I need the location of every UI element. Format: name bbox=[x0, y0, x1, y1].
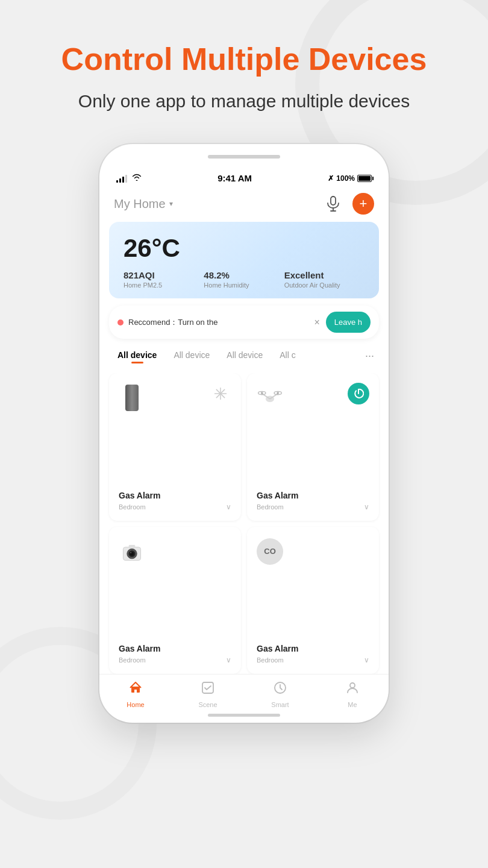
signal-bar-1 bbox=[116, 180, 118, 183]
status-left bbox=[116, 174, 142, 183]
gas-alarm-icon-1 bbox=[119, 383, 145, 413]
phone-notch bbox=[208, 155, 280, 159]
add-button[interactable]: + bbox=[352, 193, 374, 215]
svg-point-18 bbox=[130, 552, 131, 553]
home-nav-icon bbox=[128, 681, 143, 699]
header-actions: + bbox=[322, 193, 374, 215]
device-icon-area-4: CO bbox=[257, 536, 369, 567]
svg-point-13 bbox=[277, 392, 279, 395]
pm25-value: 821AQI bbox=[124, 270, 204, 280]
co-detector-icon: CO bbox=[257, 536, 283, 567]
battery-fill bbox=[358, 176, 371, 181]
drone-icon bbox=[257, 383, 283, 413]
me-nav-icon bbox=[345, 681, 360, 699]
air-quality-stat: Excellent Outdoor Air Quality bbox=[284, 270, 364, 289]
home-name: My Home bbox=[114, 197, 166, 211]
svg-rect-20 bbox=[202, 682, 213, 693]
device-icon-area-3 bbox=[119, 536, 231, 567]
page-content: Control Multiple Devices Only one app to… bbox=[0, 0, 488, 723]
svg-point-22 bbox=[350, 683, 355, 688]
battery-icon bbox=[357, 175, 372, 182]
scene-nav-label: Scene bbox=[198, 701, 217, 708]
temperature: 26°C bbox=[124, 234, 364, 263]
signal-bar-3 bbox=[122, 177, 124, 183]
nav-smart[interactable]: Smart bbox=[244, 681, 316, 708]
heading-section: Control Multiple Devices Only one app to… bbox=[25, 0, 463, 132]
camera-icon bbox=[119, 536, 145, 567]
device-card-1: Gas Alarm Bedroom ∨ bbox=[109, 373, 241, 521]
status-bar: 9:41 AM ✗ 100% bbox=[99, 144, 389, 188]
device-info-2: Gas Alarm Bedroom ∨ bbox=[257, 491, 369, 511]
weather-stats: 821AQI Home PM2.5 48.2% Home Humidity Ex… bbox=[124, 270, 364, 289]
signal-bars bbox=[116, 174, 127, 183]
signal-bar-4 bbox=[125, 175, 127, 183]
status-right: ✗ 100% bbox=[328, 174, 372, 183]
device-name-4: Gas Alarm bbox=[257, 644, 369, 653]
device-info-3: Gas Alarm Bedroom ∨ bbox=[119, 644, 231, 664]
device-room-2: Bedroom bbox=[257, 503, 284, 511]
home-selector[interactable]: My Home ▾ bbox=[114, 197, 173, 211]
power-on-button-2[interactable] bbox=[348, 383, 369, 404]
tab-more-button[interactable]: ··· bbox=[360, 346, 379, 366]
device-icon-area-2 bbox=[257, 383, 369, 413]
pm25-label: Home PM2.5 bbox=[124, 281, 204, 289]
phone-container: 9:41 AM ✗ 100% My Home ▾ bbox=[99, 144, 389, 723]
expand-chevron-3[interactable]: ∨ bbox=[226, 656, 231, 664]
chevron-icon: ▾ bbox=[169, 200, 173, 208]
mic-button[interactable] bbox=[322, 193, 344, 215]
app-header: My Home ▾ + bbox=[99, 188, 389, 222]
nav-scene[interactable]: Scene bbox=[172, 681, 244, 708]
humidity-value: 48.2% bbox=[204, 270, 284, 280]
device-tabs: All device All device All device All c ·… bbox=[99, 346, 389, 366]
tab-all-device-1[interactable]: All device bbox=[109, 347, 165, 366]
wifi-icon bbox=[132, 174, 142, 183]
expand-chevron-2[interactable]: ∨ bbox=[364, 503, 369, 511]
expand-chevron-4[interactable]: ∨ bbox=[364, 656, 369, 664]
phone-frame: 9:41 AM ✗ 100% My Home ▾ bbox=[99, 144, 389, 723]
leave-button[interactable]: Leave h bbox=[326, 312, 371, 333]
weather-card: 26°C 821AQI Home PM2.5 48.2% Home Humidi… bbox=[109, 222, 379, 298]
device-room-3: Bedroom bbox=[119, 656, 146, 664]
device-location-2: Bedroom ∨ bbox=[257, 503, 369, 511]
svg-rect-0 bbox=[331, 197, 336, 205]
expand-chevron-1[interactable]: ∨ bbox=[226, 503, 231, 511]
home-nav-label: Home bbox=[127, 701, 144, 708]
battery-percent: 100% bbox=[336, 174, 355, 183]
humidity-stat: 48.2% Home Humidity bbox=[204, 270, 284, 289]
humidity-label: Home Humidity bbox=[204, 281, 284, 289]
phone-bottom-pill bbox=[208, 714, 280, 717]
tab-all-device-3[interactable]: All device bbox=[218, 347, 271, 366]
status-time: 9:41 AM bbox=[217, 173, 252, 183]
svg-rect-19 bbox=[129, 545, 136, 548]
device-location-1: Bedroom ∨ bbox=[119, 503, 231, 511]
device-grid: Gas Alarm Bedroom ∨ bbox=[99, 373, 389, 674]
bluetooth-icon: ✗ bbox=[328, 174, 334, 183]
air-quality-label: Outdoor Air Quality bbox=[284, 281, 364, 289]
scene-nav-icon bbox=[201, 681, 215, 699]
device-name-2: Gas Alarm bbox=[257, 491, 369, 500]
device-location-4: Bedroom ∨ bbox=[257, 656, 369, 664]
device-name-1: Gas Alarm bbox=[119, 491, 231, 500]
nav-me[interactable]: Me bbox=[316, 681, 389, 708]
main-title: Control Multiple Devices bbox=[61, 42, 427, 77]
device-location-3: Bedroom ∨ bbox=[119, 656, 231, 664]
recommend-dot bbox=[117, 319, 124, 326]
recommend-close-button[interactable]: × bbox=[313, 316, 321, 329]
device-info-4: Gas Alarm Bedroom ∨ bbox=[257, 644, 369, 664]
fan-icon-1[interactable] bbox=[210, 383, 231, 404]
air-quality-value: Excellent bbox=[284, 270, 364, 280]
tab-all-device-2[interactable]: All device bbox=[165, 347, 218, 366]
device-room-4: Bedroom bbox=[257, 656, 284, 664]
device-card-2: Gas Alarm Bedroom ∨ bbox=[247, 373, 379, 521]
device-icon-area-1 bbox=[119, 383, 231, 413]
smart-nav-label: Smart bbox=[271, 701, 289, 708]
nav-home[interactable]: Home bbox=[99, 681, 172, 708]
me-nav-label: Me bbox=[348, 701, 357, 708]
signal-bar-2 bbox=[119, 178, 121, 183]
tab-all-device-4[interactable]: All c bbox=[271, 347, 304, 366]
svg-point-12 bbox=[261, 392, 263, 395]
device-name-3: Gas Alarm bbox=[119, 644, 231, 653]
device-card-4: CO Gas Alarm Bedroom ∨ bbox=[247, 527, 379, 675]
device-card-3: Gas Alarm Bedroom ∨ bbox=[109, 527, 241, 675]
device-room-1: Bedroom bbox=[119, 503, 146, 511]
